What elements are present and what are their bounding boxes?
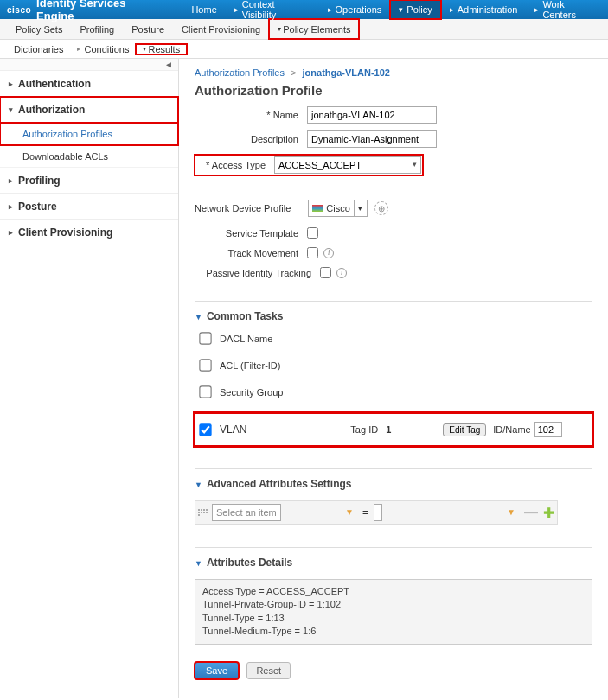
caret-right-icon: ▸ xyxy=(9,176,13,185)
caret-down-icon: ▾ xyxy=(9,105,13,114)
top-nav: Home ▸Context Visibility ▸Operations ▾Po… xyxy=(182,0,608,19)
sidebar-item-posture[interactable]: ▸Posture xyxy=(0,194,178,220)
label-security-group: Security Group xyxy=(220,387,283,398)
input-idname[interactable] xyxy=(534,422,562,437)
checkbox-track-movement[interactable] xyxy=(307,247,318,258)
chevron-right-icon: ▸ xyxy=(234,5,239,14)
caret-down-icon: ▾ xyxy=(143,45,146,53)
subnav-posture[interactable]: Posture xyxy=(123,19,173,39)
nav-operations[interactable]: ▸Operations xyxy=(319,0,391,19)
drag-handle-icon[interactable] xyxy=(198,509,208,516)
brand-logo: cisco xyxy=(7,5,31,15)
checkbox-acl-filterid[interactable] xyxy=(199,359,211,371)
top-header: cisco Identity Services Engine Home ▸Con… xyxy=(0,0,608,19)
label-passive-identity: Passive Identity Tracking xyxy=(195,268,311,278)
breadcrumb-separator: > xyxy=(291,67,296,78)
input-name[interactable] xyxy=(307,106,437,124)
sidebar-collapse-handle[interactable]: ◄ xyxy=(0,59,178,71)
caret-down-icon: ▼ xyxy=(507,507,515,517)
breadcrumb-root[interactable]: Authorization Profiles xyxy=(195,67,285,78)
caret-down-icon: ▼ xyxy=(195,480,202,489)
tag-id-value: 1 xyxy=(386,424,391,435)
minus-icon[interactable]: — xyxy=(524,505,538,520)
caret-down-icon: ▾ xyxy=(399,5,403,14)
page-title: Authorization Profile xyxy=(195,83,592,98)
select-access-type[interactable]: ACCESS_ACCEPT xyxy=(274,156,421,174)
subnav-profiling[interactable]: Profiling xyxy=(71,19,123,39)
tertnav-dictionaries[interactable]: Dictionaries xyxy=(7,44,70,54)
sidebar-item-profiling[interactable]: ▸Profiling xyxy=(0,168,178,194)
caret-right-icon: ▸ xyxy=(9,202,13,211)
tertnav-results[interactable]: ▾Results xyxy=(136,44,187,54)
section-advanced-attributes[interactable]: ▼Advanced Attributes Settings xyxy=(195,478,592,490)
adv-attr-select-left[interactable]: Select an item xyxy=(212,504,281,521)
globe-icon[interactable]: ⊕ xyxy=(374,201,388,215)
chevron-right-icon: ▸ xyxy=(328,5,332,14)
sidebar-item-authorization[interactable]: ▾Authorization xyxy=(0,97,178,123)
ndp-caret[interactable]: ▾ xyxy=(354,200,368,217)
chevron-right-icon: ▸ xyxy=(77,45,80,53)
breadcrumb: Authorization Profiles > jonathga-VLAN-1… xyxy=(195,67,592,78)
chevron-right-icon: ▸ xyxy=(534,5,539,14)
checkbox-passive-identity[interactable] xyxy=(320,267,331,278)
nav-policy[interactable]: ▾Policy xyxy=(390,0,440,19)
label-track-movement: Track Movement xyxy=(195,248,298,258)
checkbox-dacl-name[interactable] xyxy=(199,332,211,344)
cisco-logo-icon xyxy=(312,205,323,212)
advanced-attributes-row: Select an item ▼ = ▼ — ✚ xyxy=(195,500,558,525)
caret-right-icon: ▸ xyxy=(9,228,13,237)
nav-context-visibility[interactable]: ▸Context Visibility xyxy=(226,0,319,19)
subnav-client-provisioning[interactable]: Client Provisioning xyxy=(173,19,269,39)
adv-attr-select-right[interactable] xyxy=(374,504,382,521)
sidebar-sub-downloadable-acls[interactable]: Downloadable ACLs xyxy=(0,145,178,168)
equals-sign: = xyxy=(362,506,368,519)
nav-home[interactable]: Home xyxy=(182,0,225,19)
chevron-right-icon: ▸ xyxy=(450,5,454,14)
plus-icon[interactable]: ✚ xyxy=(543,505,554,521)
section-common-tasks[interactable]: ▼Common Tasks xyxy=(195,310,592,322)
subnav-policy-elements[interactable]: ▾Policy Elements xyxy=(269,19,359,39)
nav-home-label: Home xyxy=(191,4,216,15)
sub-nav: Policy Sets Profiling Posture Client Pro… xyxy=(0,19,608,40)
main-content: Authorization Profiles > jonathga-VLAN-1… xyxy=(179,59,608,698)
breadcrumb-current: jonathga-VLAN-102 xyxy=(303,67,390,78)
label-acl-filterid: ACL (Filter-ID) xyxy=(220,360,280,371)
label-vlan: VLAN xyxy=(220,423,246,436)
sidebar: ◄ ▸Authentication ▾Authorization Authori… xyxy=(0,59,179,698)
label-access-type: * Access Type xyxy=(196,160,266,170)
edit-tag-button[interactable]: Edit Tag xyxy=(443,423,486,436)
caret-right-icon: ▸ xyxy=(9,80,13,88)
sidebar-item-client-provisioning[interactable]: ▸Client Provisioning xyxy=(0,220,178,245)
caret-down-icon: ▼ xyxy=(195,313,202,321)
caret-down-icon: ▼ xyxy=(345,507,354,517)
sidebar-sub-authorization-profiles[interactable]: Authorization Profiles xyxy=(0,123,178,145)
checkbox-security-group[interactable] xyxy=(199,385,211,398)
sidebar-item-authentication[interactable]: ▸Authentication xyxy=(0,71,178,97)
checkbox-vlan[interactable] xyxy=(199,423,211,436)
subnav-policy-sets[interactable]: Policy Sets xyxy=(7,19,71,39)
nav-administration[interactable]: ▸Administration xyxy=(441,0,527,19)
input-description[interactable] xyxy=(307,130,437,148)
attributes-details-box: Access Type = ACCESS_ACCEPT Tunnel-Priva… xyxy=(195,579,592,645)
label-service-template: Service Template xyxy=(195,228,298,239)
label-idname: ID/Name xyxy=(493,424,530,435)
save-button[interactable]: Save xyxy=(195,662,239,679)
checkbox-service-template[interactable] xyxy=(307,227,318,239)
nav-work-centers[interactable]: ▸Work Centers xyxy=(526,0,608,19)
tertnav-conditions[interactable]: ▸Conditions xyxy=(70,44,136,54)
info-icon[interactable]: i xyxy=(336,268,347,278)
label-name: * Name xyxy=(195,110,298,120)
caret-down-icon: ▾ xyxy=(278,25,281,33)
info-icon[interactable]: i xyxy=(323,248,334,258)
ndp-select[interactable]: Cisco xyxy=(308,200,355,217)
section-attributes-details[interactable]: ▼Attributes Details xyxy=(195,557,592,569)
caret-down-icon: ▼ xyxy=(195,559,202,568)
label-dacl-name: DACL Name xyxy=(220,334,272,344)
label-ndp: Network Device Profile xyxy=(195,203,291,213)
reset-button[interactable]: Reset xyxy=(246,662,291,679)
label-description: Description xyxy=(195,134,298,144)
tertiary-nav: Dictionaries ▸Conditions ▾Results xyxy=(0,40,608,59)
label-tag-id: Tag ID 1 xyxy=(350,424,391,435)
